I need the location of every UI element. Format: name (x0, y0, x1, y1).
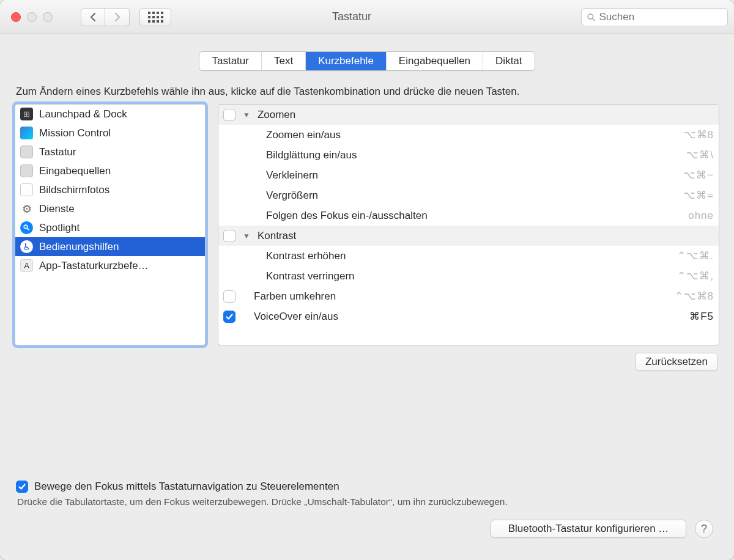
category-label: Bedienungshilfen (39, 241, 119, 253)
nav-buttons (81, 8, 130, 26)
svg-line-1 (593, 18, 595, 20)
shortcuts-table[interactable]: ▼ZoomenZoomen ein/aus⌥⌘8Bildglättung ein… (218, 104, 719, 345)
tab-tastatur[interactable]: Tastatur (199, 52, 261, 70)
shortcut-label: Vergrößern (266, 190, 676, 202)
close-window-button[interactable] (11, 12, 21, 22)
shortcut-row[interactable]: Kontrast erhöhen⌃⌥⌘. (218, 246, 719, 266)
content: TastaturTextKurzbefehleEingabequellenDik… (0, 34, 734, 560)
category-app[interactable]: AApp-Tastaturkurzbefe… (15, 256, 205, 275)
group-label: Zoomen (258, 109, 714, 121)
help-button[interactable]: ? (695, 520, 713, 538)
zoom-window-button[interactable] (43, 12, 53, 22)
minimize-window-button[interactable] (27, 12, 37, 22)
shortcut-label: Bildglättung ein/aus (266, 149, 679, 161)
category-mission[interactable]: Mission Control (15, 123, 205, 142)
category-screenshot[interactable]: Bildschirmfotos (15, 180, 205, 199)
preferences-window: Tastatur TastaturTextKurzbefehleEingabeq… (0, 0, 734, 560)
shortcut-label: Kontrast verringern (266, 270, 670, 282)
shortcut-keys[interactable]: ⌃⌥⌘8 (675, 290, 714, 303)
back-button[interactable] (81, 8, 105, 26)
category-gear[interactable]: ⚙Dienste (15, 199, 205, 218)
bluetooth-button[interactable]: Bluetooth-Tastatur konfigurieren … (491, 520, 686, 538)
shortcut-label: Folgen des Fokus ein-/ausschalten (266, 210, 681, 222)
window-controls (11, 12, 53, 22)
keyboard-icon (20, 146, 33, 158)
category-input[interactable]: Eingabequellen (15, 161, 205, 180)
launchpad-icon: ⊞ (20, 108, 33, 120)
shortcut-label: Zoomen ein/aus (266, 129, 677, 141)
category-spotlight[interactable]: 🔍︎Spotlight (15, 218, 205, 237)
shortcut-row[interactable]: Zoomen ein/aus⌥⌘8 (218, 125, 719, 145)
reset-row: Zurücksetzen (11, 353, 723, 371)
shortcut-label: Verkleinern (266, 169, 676, 182)
mission-icon (20, 127, 33, 139)
gear-icon: ⚙ (20, 202, 33, 215)
search-input[interactable] (599, 11, 722, 23)
shortcut-keys[interactable]: ⌥⌘− (683, 169, 714, 182)
category-list[interactable]: ⊞Launchpad & DockMission ControlTastatur… (15, 104, 206, 345)
disclosure-triangle-icon[interactable]: ▼ (243, 232, 250, 240)
check-icon (18, 482, 26, 491)
shortcut-checkbox[interactable] (223, 311, 235, 323)
search-icon (587, 12, 596, 22)
category-label: Eingabequellen (39, 165, 111, 177)
category-label: Tastatur (39, 146, 76, 158)
shortcut-label: VoiceOver ein/aus (254, 311, 682, 323)
shortcut-label: Kontrast erhöhen (266, 250, 670, 262)
disclosure-triangle-icon[interactable]: ▼ (243, 111, 250, 119)
footer: Bluetooth-Tastatur konfigurieren … ? (11, 520, 723, 550)
shortcut-keys[interactable]: ⌥⌘8 (684, 128, 714, 141)
category-keyboard[interactable]: Tastatur (15, 142, 205, 161)
shortcut-checkbox[interactable] (223, 290, 235, 303)
shortcut-row[interactable]: Kontrast verringern⌃⌥⌘, (218, 266, 719, 286)
group-checkbox[interactable] (223, 230, 235, 242)
category-label: Mission Control (39, 127, 111, 139)
reset-button[interactable]: Zurücksetzen (635, 353, 718, 371)
shortcut-label: Farben umkehren (254, 290, 667, 303)
group-header[interactable]: ▼Kontrast (218, 226, 719, 246)
shortcut-row[interactable]: Farben umkehren⌃⌥⌘8 (218, 286, 719, 306)
shortcut-keys[interactable]: ohne (688, 210, 714, 222)
category-a11y[interactable]: ♿︎Bedienungshilfen (15, 237, 205, 256)
tab-eingabequellen[interactable]: Eingabequellen (387, 52, 483, 70)
category-label: Launchpad & Dock (39, 108, 127, 120)
tabbar: TastaturTextKurzbefehleEingabequellenDik… (199, 51, 535, 71)
category-label: Dienste (39, 203, 75, 215)
shortcut-row[interactable]: Bildglättung ein/aus⌥⌘\ (218, 145, 719, 165)
keyboard-nav-sub: Drücke die Tabulatortaste, um den Fokus … (17, 496, 718, 507)
titlebar: Tastatur (0, 0, 734, 34)
shortcut-row[interactable]: Folgen des Fokus ein-/ausschaltenohne (218, 205, 719, 226)
category-label: Bildschirmfotos (39, 184, 109, 196)
app-icon: A (20, 259, 33, 272)
keyboard-nav-checkbox[interactable] (16, 481, 28, 493)
chevron-right-icon (113, 12, 122, 22)
a11y-icon: ♿︎ (20, 240, 33, 253)
input-icon (20, 164, 33, 177)
shortcut-keys[interactable]: ⌃⌥⌘. (677, 249, 714, 262)
panels: ⊞Launchpad & DockMission ControlTastatur… (15, 104, 719, 345)
shortcut-row[interactable]: VoiceOver ein/aus⌘F5 (218, 306, 719, 326)
category-label: Spotlight (39, 222, 80, 234)
forward-button[interactable] (105, 8, 130, 26)
shortcut-keys[interactable]: ⌃⌥⌘, (677, 270, 714, 282)
search-field[interactable] (581, 8, 728, 26)
spotlight-icon: 🔍︎ (20, 221, 33, 234)
shortcut-row[interactable]: Vergrößern⌥⌘= (218, 185, 719, 205)
shortcut-keys[interactable]: ⌘F5 (689, 310, 714, 323)
window-title: Tastatur (128, 10, 575, 23)
tab-text[interactable]: Text (262, 52, 306, 70)
tab-diktat[interactable]: Diktat (483, 52, 534, 70)
instructions-text: Zum Ändern eines Kurzbefehls wähle ihn a… (16, 86, 718, 98)
keyboard-nav-label: Bewege den Fokus mittels Tastaturnavigat… (34, 481, 339, 493)
category-label: App-Tastaturkurzbefe… (39, 260, 149, 272)
shortcut-keys[interactable]: ⌥⌘\ (686, 149, 714, 161)
shortcut-keys[interactable]: ⌥⌘= (683, 189, 714, 202)
category-launchpad[interactable]: ⊞Launchpad & Dock (15, 105, 205, 123)
group-header[interactable]: ▼Zoomen (218, 105, 719, 125)
keyboard-nav-block: Bewege den Fokus mittels Tastaturnavigat… (16, 481, 718, 507)
tab-kurzbefehle[interactable]: Kurzbefehle (306, 52, 387, 70)
group-checkbox[interactable] (223, 109, 235, 121)
group-label: Kontrast (258, 230, 714, 242)
shortcut-row[interactable]: Verkleinern⌥⌘− (218, 165, 719, 185)
screenshot-icon (20, 183, 33, 196)
